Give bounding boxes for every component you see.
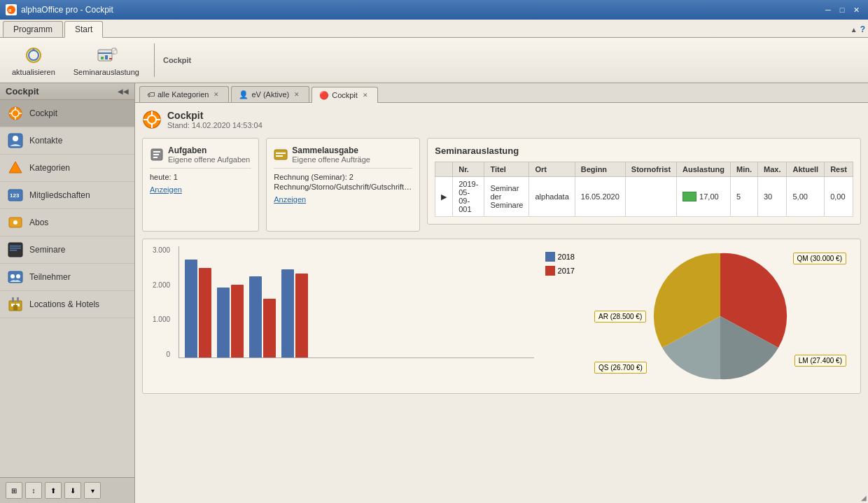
cockpit-title: Cockpit (167, 110, 262, 121)
sidebar-item-kategorien[interactable]: Kategorien (0, 155, 134, 182)
sidebar-collapse-button[interactable]: ◀◀ (118, 87, 129, 95)
tab-alle-close[interactable]: ✕ (211, 90, 221, 99)
seminare-icon (7, 241, 24, 258)
teilnehmer-icon (7, 269, 24, 285)
sidebar-item-teilnehmer[interactable]: Teilnehmer (0, 264, 134, 291)
seminar-icon: 📋 (95, 44, 118, 66)
cockpit-panels: Aufgaben Eigene offene Aufgaben heute: 1… (142, 138, 861, 232)
close-button[interactable]: ✕ (850, 3, 862, 16)
tab-cockpit-label: Cockpit (332, 91, 358, 99)
y-label-0: 0 (166, 350, 170, 358)
svg-point-29 (10, 274, 15, 278)
sammelausgabe-icon (274, 148, 288, 162)
sammelausgabe-rechnung: Rechnung (Seminar): 2 (274, 173, 412, 181)
sidebar: Cockpit ◀◀ Cockpit (0, 83, 135, 503)
row-ort: alphadata (529, 177, 575, 217)
pie-label-ar: AR (28.500 €) (594, 311, 646, 321)
svg-rect-26 (10, 248, 21, 249)
tab-cockpit-close[interactable]: ✕ (360, 90, 370, 100)
menu-tab-programm[interactable]: Programm (3, 21, 63, 37)
row-max: 30 (758, 177, 787, 217)
svg-text:123: 123 (10, 192, 20, 199)
tab-ev-close[interactable]: ✕ (292, 90, 302, 99)
sidebar-btn-more[interactable]: ▾ (84, 482, 101, 499)
svg-rect-46 (153, 157, 158, 158)
charts-area: 3.000 2.000 1.000 0 (142, 239, 861, 394)
row-nr: 2019-05-09-001 (453, 177, 484, 217)
cockpit-header: Cockpit Stand: 14.02.2020 14:53:04 (142, 110, 861, 129)
sidebar-item-cockpit[interactable]: Cockpit (0, 100, 134, 127)
svg-point-3 (29, 50, 38, 60)
sidebar-btn-1[interactable]: ⊞ (6, 482, 22, 499)
menu-tab-start[interactable]: Start (64, 21, 103, 38)
bar-group-2 (217, 285, 244, 357)
sammelausgabe-anzeigen-link[interactable]: Anzeigen (274, 195, 412, 204)
y-label-2000: 2.000 (153, 281, 170, 289)
sidebar-btn-4[interactable]: ⬇ (64, 482, 81, 499)
y-label-1000: 1.000 (153, 316, 170, 323)
svg-rect-36 (13, 305, 18, 311)
bar-2017-g3 (263, 299, 276, 357)
tab-bar: 🏷 alle Kategorien ✕ 👤 eV (Aktive) ✕ 🔴 Co… (135, 83, 868, 103)
svg-rect-45 (153, 154, 159, 155)
menu-bar: Programm Start ▲ ? (0, 20, 868, 38)
tab-alle-kategorien[interactable]: 🏷 alle Kategorien ✕ (139, 86, 229, 102)
aufgaben-panel: Aufgaben Eigene offene Aufgaben heute: 1… (142, 138, 259, 232)
row-rest: 0,00 (825, 177, 853, 217)
legend-2017: 2017 (545, 266, 575, 276)
sidebar-item-mitgliedschaften-label: Mitgliedschaften (29, 190, 90, 200)
window-controls[interactable]: ─ □ ✕ (822, 3, 862, 16)
bar-2018-g4 (281, 269, 294, 357)
toolbar-separator (154, 43, 155, 77)
tab-cockpit[interactable]: 🔴 Cockpit ✕ (312, 87, 378, 103)
svg-rect-6 (101, 57, 104, 59)
help-icon[interactable]: ? (860, 24, 865, 34)
row-auslastung: 17,00 (677, 177, 731, 217)
tab-ev[interactable]: 👤 eV (Aktive) ✕ (231, 86, 309, 102)
tab-cockpit-icon: 🔴 (319, 91, 329, 100)
table-row[interactable]: ▶ 2019-05-09-001 Seminar der Seminare al… (435, 177, 853, 217)
sidebar-item-abos-label: Abos (29, 218, 48, 227)
aufgaben-header: Aufgaben Eigene offene Aufgaben (150, 146, 251, 169)
aufgaben-anzeigen-link[interactable]: Anzeigen (150, 185, 251, 194)
app-title: alphaOffice pro - Cockpit (21, 5, 113, 15)
sidebar-item-kontakte[interactable]: Kontakte (0, 127, 134, 155)
legend-color-2018 (545, 252, 555, 262)
sidebar-item-kategorien-label: Kategorien (29, 163, 70, 173)
bar-group-1 (185, 260, 211, 357)
abos-icon (7, 214, 24, 231)
minimize-button[interactable]: ─ (822, 3, 834, 16)
svg-point-23 (13, 220, 18, 225)
svg-rect-44 (153, 151, 160, 153)
pie-label-qs: QS (26.700 €) (594, 362, 647, 372)
row-titel: Seminar der Seminare (484, 177, 529, 217)
resize-grip[interactable]: ◢ (861, 494, 867, 502)
svg-text:α: α (8, 8, 12, 13)
sidebar-header: Cockpit ◀◀ (0, 83, 134, 100)
sidebar-title: Cockpit (6, 86, 39, 97)
sidebar-item-seminare-label: Seminare (29, 245, 65, 255)
bar-group-4 (281, 269, 308, 357)
tab-alle-icon: 🏷 (147, 90, 155, 99)
cockpit-main-content: Cockpit Stand: 14.02.2020 14:53:04 (135, 103, 868, 503)
nav-up-icon[interactable]: ▲ (850, 26, 858, 34)
sidebar-item-seminare[interactable]: Seminare (0, 236, 134, 264)
row-expand[interactable]: ▶ (435, 177, 453, 217)
main-layout: Cockpit ◀◀ Cockpit (0, 83, 868, 503)
aufgaben-icon (150, 148, 164, 162)
sidebar-item-mitgliedschaften[interactable]: 123 Mitgliedschaften (0, 182, 134, 209)
sammelausgabe-subtitle: Eigene offene Aufträge (292, 155, 370, 164)
sidebar-btn-2[interactable]: ↕ (25, 482, 42, 499)
bar-2017-g1 (199, 268, 211, 357)
sidebar-bottom: ⊞ ↕ ⬆ ⬇ ▾ (0, 477, 134, 503)
locations-icon (7, 296, 24, 313)
cockpit-stand: Stand: 14.02.2020 14:53:04 (167, 121, 262, 129)
maximize-button[interactable]: □ (836, 3, 848, 16)
pie-chart-area: QM (30.000 €) LM (27.400 €) QS (26.700 €… (587, 246, 853, 386)
seminar-button[interactable]: 📋 Seminarauslastung (67, 41, 146, 80)
sidebar-item-locations[interactable]: Locations & Hotels (0, 291, 134, 318)
content-area: 🏷 alle Kategorien ✕ 👤 eV (Aktive) ✕ 🔴 Co… (135, 83, 868, 503)
refresh-button[interactable]: aktualisieren (6, 41, 62, 80)
sidebar-item-abos[interactable]: Abos (0, 209, 134, 236)
sidebar-btn-3[interactable]: ⬆ (45, 482, 62, 499)
